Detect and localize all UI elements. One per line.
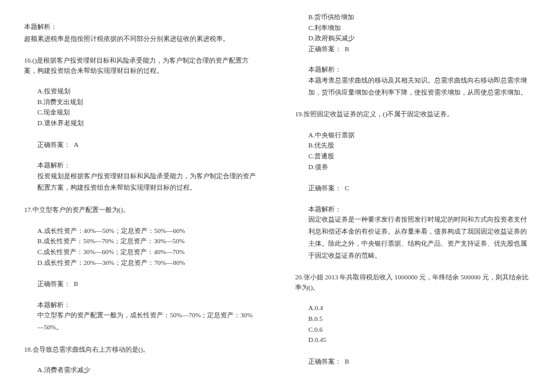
explain-label: 本题解析： — [308, 204, 530, 214]
answer-label: 正确答案： — [308, 184, 341, 191]
q16-choice-a: A.投资规划 — [37, 86, 259, 97]
q16-explain: 投资规划是根据客户投资理财目标和风险承受能力，为客户制定合理的资产配置方案，构建… — [37, 170, 259, 194]
q17-explain-block: 本题解析： 中立型客户的资产配置一般为，成长性资产：50%—70%；定息资产：3… — [24, 300, 259, 334]
q16-answer-line: 正确答案： A — [24, 140, 259, 150]
q19-stem: 19.按照固定收益证券的定义，()不属于固定收益证券。 — [295, 109, 530, 119]
q17-stem: 17.中立型客户的资产配置一般为()。 — [24, 205, 259, 215]
q17-answer: B — [74, 280, 78, 287]
q16-choice-b: B.消费支出规划 — [37, 97, 259, 108]
answer-label: 正确答案： — [37, 280, 70, 287]
q17-choice-a: A.成长性资产：40%—50%；定息资产：50%—60% — [37, 226, 259, 237]
q20-choices: A.0.4 B.0.5 C.0.6 D.0.45 — [295, 303, 530, 345]
q19-answer-line: 正确答案： C — [295, 183, 530, 193]
q19-explain: 固定收益证券是一种要求发行者按照发行时规定的时间和方式向投资者支付利息和偿还本金… — [308, 214, 530, 261]
explain-label: 本题解析： — [37, 160, 259, 170]
q19-choice-b: B.优先股 — [308, 140, 530, 151]
q17-choices: A.成长性资产：40%—50%；定息资产：50%—60% B.成长性资产：50%… — [24, 226, 259, 268]
q17-choice-d: D.成长性资产：20%—30%；定息资产：70%—80% — [37, 258, 259, 269]
q19-choice-d: D.债券 — [308, 162, 530, 173]
q19-choices: A.中央银行票据 B.优先股 C.普通股 D.债券 — [295, 130, 530, 172]
q20-answer: B — [345, 358, 349, 365]
q17-choice-b: B.成长性资产：50%—70%；定息资产：30%—50% — [37, 236, 259, 247]
q20-choice-b: B.0.5 — [308, 314, 530, 325]
explain-label: 本题解析： — [37, 300, 259, 310]
q18-choice-b: B.货币供给增加 — [308, 12, 530, 23]
q18-explain-block: 本题解析： 本题考查总需求曲线的移动及其相关知识。总需求曲线向右移动即总需求增加… — [295, 64, 530, 98]
q16-choice-c: C.现金规划 — [37, 107, 259, 118]
document-page: 本题解析： 超额累进税率是指按照计税依据的不同部分分别累进征收的累进税率。 16… — [24, 12, 530, 379]
q20-choice-a: A.0.4 — [308, 303, 530, 314]
q20-choice-d: D.0.45 — [308, 335, 530, 346]
q16-choice-d: D.退休养老规划 — [37, 118, 259, 129]
q16-explain-block: 本题解析： 投资规划是根据客户投资理财目标和风险承受能力，为客户制定合理的资产配… — [24, 160, 259, 194]
q16-stem: 16.()是根据客户投资理财目标和风险承受能力，为客户制定合理的资产配置方案，构… — [24, 55, 259, 75]
q18-choice-d: D.政府购买减少 — [308, 33, 530, 44]
q15-explain: 超额累进税率是指按照计税依据的不同部分分别累进征收的累进税率。 — [24, 33, 259, 45]
explain-label: 本题解析： — [308, 64, 530, 75]
q18-explain: 本题考查总需求曲线的移动及其相关知识。总需求曲线向右移动即总需求增加，货币供应量… — [308, 75, 530, 99]
q19-choice-a: A.中央银行票据 — [308, 130, 530, 141]
q20-stem: 20.张小姐 2013 年共取得税后收入 1000000 元，年终结余 5000… — [295, 272, 530, 292]
answer-label: 正确答案： — [308, 358, 341, 365]
q18-stem: 18.会导致总需求曲线向右上方移动的是()。 — [24, 344, 259, 355]
q18-answer-line: 正确答案： B — [295, 44, 530, 54]
q16-answer: A — [74, 141, 79, 148]
q19-explain-block: 本题解析： 固定收益证券是一种要求发行者按照发行时规定的时间和方式向投资者支付利… — [295, 204, 530, 262]
q15-explain-block: 本题解析： 超额累进税率是指按照计税依据的不同部分分别累进征收的累进税率。 — [24, 22, 259, 45]
q18-answer: B — [345, 45, 349, 52]
q20-choice-c: C.0.6 — [308, 325, 530, 335]
answer-label: 正确答案： — [308, 45, 341, 52]
q20-answer-line: 正确答案： B — [295, 356, 530, 367]
q17-choice-c: C.成长性资产：30%—60%；定息资产：40%—70% — [37, 247, 259, 258]
q18-choice-c: C.利率增加 — [308, 23, 530, 34]
q17-explain: 中立型客户的资产配置一般为，成长性资产：50%—70%；定息资产：30%—50%… — [37, 310, 259, 334]
explain-label: 本题解析： — [24, 22, 259, 32]
q19-answer: C — [345, 184, 349, 191]
q18-choices-cd: C.利率增加 D.政府购买减少 — [295, 23, 530, 44]
q18-choice-a: A.消费者需求减少 — [37, 365, 259, 376]
q16-choices: A.投资规划 B.消费支出规划 C.现金规划 D.退休养老规划 — [24, 86, 259, 128]
answer-label: 正确答案： — [37, 141, 70, 148]
q19-choice-c: C.普通股 — [308, 151, 530, 162]
q17-answer-line: 正确答案： B — [24, 279, 259, 289]
